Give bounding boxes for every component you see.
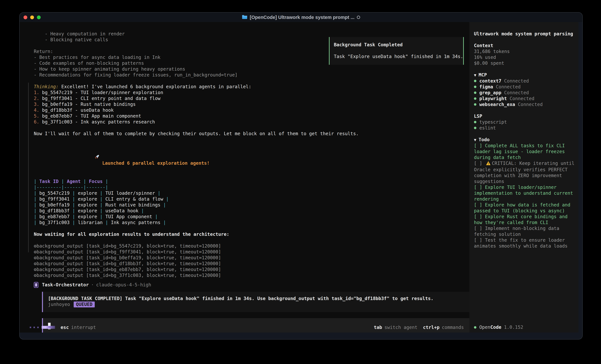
separator-dot: · — [91, 282, 94, 288]
mcp-item: websearch_exa Connected — [474, 102, 576, 107]
list-text: bg_5547c219 - TUI loader/spinner explora… — [39, 90, 163, 95]
table-row: | bg_b0effa19 | explore | Rust native bi… — [34, 202, 469, 208]
esc-key-hint: esc — [60, 325, 69, 330]
mcp-item: grep_app Connected — [474, 90, 576, 96]
username: junhoyeo — [48, 302, 70, 307]
tool-call-line: ⚙background_output [task_id=bg_eb87ebb7,… — [34, 267, 469, 272]
warning-icon — [486, 161, 491, 167]
tool-call-text: background_output [task_id=bg_b0effa19, … — [37, 255, 221, 260]
tool-call-line: ⚙background_output [task_id=bg_df18bb3f,… — [34, 261, 469, 267]
return-line: - How to keep spinner animating during h… — [34, 66, 469, 72]
brand-open: Open — [479, 324, 490, 330]
todo-checkbox: [ ] — [474, 238, 485, 243]
zoom-button[interactable] — [37, 16, 41, 19]
launched-banner: Launched 6 parallel exploration agents! — [34, 143, 469, 173]
todo-text: Test the fix to ensure loader animates s… — [474, 238, 568, 249]
proxy-circle-icon — [357, 16, 360, 19]
titlebar[interactable]: [OpenCode] Ultrawork mode system prompt … — [20, 13, 582, 22]
ctrlp-key-hint: ctrl+p — [423, 325, 440, 330]
terminal-window: [OpenCode] Ultrawork mode system prompt … — [19, 12, 583, 340]
status-dot-icon — [474, 86, 476, 88]
mcp-name: context7 — [479, 78, 501, 84]
return-line: - Recommendations for fixing loader free… — [34, 72, 469, 78]
tool-call-line: ⚙background_output [task_id=bg_5547c219,… — [34, 243, 469, 249]
mcp-name: figma — [479, 84, 493, 89]
lsp-name: eslint — [479, 125, 496, 131]
mcp-name: playwright — [479, 96, 507, 101]
table-row: | bg_37f1c003 | librarian | Ink async pa… — [34, 220, 469, 226]
tab-key-hint: tab — [374, 325, 382, 330]
rocket-icon — [61, 148, 100, 167]
todo-item: [ ] Implement non-blocking data fetching… — [474, 226, 576, 237]
transcript: - Heavy computation in render - Blocking… — [20, 22, 469, 333]
spinner-dot — [33, 327, 35, 328]
todo-header[interactable]: ▼Todo — [474, 137, 576, 143]
status-dot-icon — [474, 92, 476, 94]
notification-toast: Background Task Completed Task "Explore … — [329, 37, 464, 65]
list-text: bg_f9ff3041 - CLI entry point and data f… — [39, 96, 160, 101]
todo-text: Explore TUI loader/spinner implementatio… — [474, 185, 576, 202]
spinner-dot — [37, 327, 39, 328]
context-header: Context — [474, 43, 576, 48]
tool-call-line: ⚙background_output [task_id=bg_f9ff3041,… — [34, 249, 469, 255]
context-line: - Heavy computation in render — [34, 31, 469, 37]
brand-code: Code — [490, 324, 501, 330]
mcp-item: playwright Connected — [474, 96, 576, 102]
todo-text: Explore how data is fetched and passed t… — [474, 202, 573, 213]
session-title: Ultrawork mode system prompt parsing — [474, 31, 576, 37]
launched-text: Launched 6 parallel exploration agents! — [102, 161, 210, 166]
todo-checkbox: [ ] — [474, 202, 485, 208]
todo-item: [ ] Complete ALL tasks to fix CLI loader… — [474, 143, 576, 161]
mcp-status: Connected — [504, 90, 529, 96]
table-row: | bg_f9ff3041 | explore | CLI entry & da… — [34, 196, 469, 202]
ctrlp-key-label: commands — [442, 325, 464, 330]
mcp-item: context7 Connected — [474, 78, 576, 84]
table-header-row: | Task ID | Agent | Focus | — [34, 179, 469, 184]
todo-section: ▼Todo [ ] Complete ALL tasks to fix CLI … — [474, 137, 576, 249]
tool-call-line: ⚙background_output [task_id=bg_37f1c003,… — [34, 272, 469, 278]
status-left: esc interrupt — [30, 325, 96, 330]
toast-body: Task "Explore useData hook" finished in … — [334, 54, 463, 59]
close-button[interactable] — [23, 16, 27, 19]
tool-table: | Task ID | Agent | Focus ||---------|--… — [34, 179, 469, 226]
tool-call-text: background_output [task_id=bg_eb87ebb7, … — [37, 267, 221, 272]
mcp-name: websearch_exa — [479, 102, 515, 107]
gear-icon: ⚙ — [34, 255, 37, 260]
tool-call-text: background_output [task_id=bg_5547c219, … — [37, 243, 221, 249]
completed-message: [BACKGROUND TASK COMPLETED] Task "Explor… — [48, 296, 469, 302]
folder-icon — [242, 15, 247, 20]
minimize-button[interactable] — [30, 16, 34, 19]
agent-list-item: 1. bg_5547c219 - TUI loader/spinner expl… — [34, 90, 469, 96]
tool-calls: ⚙background_output [task_id=bg_5547c219,… — [34, 243, 469, 278]
status-right: tab switch agent ctrl+p commands — [374, 325, 464, 330]
status-dot-icon — [474, 80, 476, 82]
chat-main[interactable]: - Heavy computation in render - Blocking… — [20, 22, 469, 333]
status-dot-icon — [474, 127, 476, 129]
lsp-name: typescript — [479, 119, 507, 125]
mcp-status: Connected — [504, 78, 529, 84]
list-text: bg_37f1c003 - Ink async patterns researc… — [39, 119, 155, 125]
mcp-header[interactable]: ▼MCP — [474, 72, 576, 78]
todo-item: [ ] Explore Rust core bindings and how t… — [474, 214, 576, 226]
context-stat: 16% used — [474, 55, 576, 60]
agent-list-item: 5. bg_eb87ebb7 - TUI App main component — [34, 113, 469, 119]
tool-call-text: background_output [task_id=bg_37f1c003, … — [37, 273, 221, 278]
esc-key-label: interrupt — [71, 325, 96, 330]
list-number: 3. — [34, 102, 39, 107]
mcp-item: figma Connected — [474, 84, 576, 90]
todo-checkbox: [ ] — [474, 214, 485, 219]
agent-list-item: 2. bg_f9ff3041 - CLI entry point and dat… — [34, 96, 469, 101]
agent-model: claude-opus-4-5-high — [96, 282, 151, 288]
todo-text: Implement non-blocking data fetching sol… — [474, 226, 562, 237]
wait-text: Now I'll wait for all of them to complet… — [34, 131, 469, 137]
mcp-status: Connected — [518, 102, 543, 107]
table-separator: |---------|-------|-------| — [34, 184, 469, 190]
list-number: 2. — [34, 96, 39, 101]
status-dot-icon — [474, 121, 476, 123]
thinking-text: Excellent! I've launched 6 background ex… — [59, 84, 251, 89]
todo-item: [ ] Explore how data is fetched and pass… — [474, 202, 576, 214]
mcp-status: Connected — [510, 96, 534, 101]
sidebar: Ultrawork mode system prompt parsing Con… — [469, 22, 579, 333]
lsp-section: LSP typescripteslint — [474, 113, 576, 131]
chevron-down-icon: ▼ — [474, 138, 476, 142]
